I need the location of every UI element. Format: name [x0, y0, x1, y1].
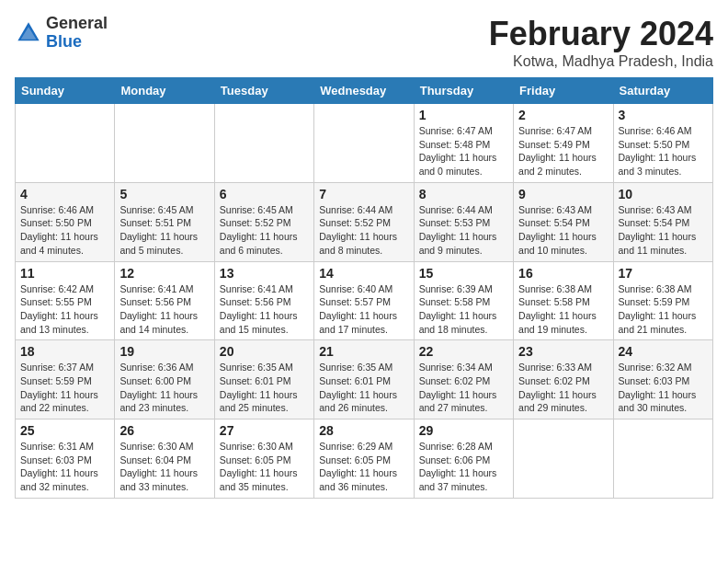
cell-info: Sunrise: 6:40 AM Sunset: 5:57 PM Dayligh…: [319, 282, 408, 337]
calendar-table: SundayMondayTuesdayWednesdayThursdayFrid…: [15, 77, 713, 499]
calendar-cell: 13Sunrise: 6:41 AM Sunset: 5:56 PM Dayli…: [214, 261, 313, 340]
cell-info: Sunrise: 6:47 AM Sunset: 5:48 PM Dayligh…: [419, 124, 508, 178]
day-number: 17: [619, 266, 708, 281]
calendar-cell: 21Sunrise: 6:35 AM Sunset: 6:01 PM Dayli…: [314, 340, 414, 419]
day-number: 10: [619, 187, 708, 201]
cell-info: Sunrise: 6:38 AM Sunset: 5:58 PM Dayligh…: [518, 282, 608, 337]
calendar-cell: 25Sunrise: 6:31 AM Sunset: 6:03 PM Dayli…: [16, 419, 115, 499]
cell-info: Sunrise: 6:31 AM Sunset: 6:03 PM Dayligh…: [20, 440, 109, 494]
day-number: 9: [518, 187, 608, 201]
location-subtitle: Kotwa, Madhya Pradesh, India: [489, 53, 713, 70]
day-number: 27: [220, 423, 309, 438]
logo-icon: [15, 19, 42, 47]
cell-info: Sunrise: 6:35 AM Sunset: 6:01 PM Dayligh…: [319, 361, 408, 415]
calendar-cell: 8Sunrise: 6:44 AM Sunset: 5:53 PM Daylig…: [414, 182, 513, 261]
calendar-cell: [16, 104, 115, 183]
calendar-cell: [214, 104, 313, 183]
cell-info: Sunrise: 6:33 AM Sunset: 6:02 PM Dayligh…: [518, 361, 608, 415]
cell-info: Sunrise: 6:43 AM Sunset: 5:54 PM Dayligh…: [619, 203, 708, 258]
calendar-cell: 14Sunrise: 6:40 AM Sunset: 5:57 PM Dayli…: [314, 261, 414, 340]
calendar-week-row: 11Sunrise: 6:42 AM Sunset: 5:55 PM Dayli…: [16, 261, 713, 340]
calendar-cell: 22Sunrise: 6:34 AM Sunset: 6:02 PM Dayli…: [414, 340, 513, 419]
day-number: 13: [220, 266, 309, 281]
cell-info: Sunrise: 6:46 AM Sunset: 5:50 PM Dayligh…: [619, 124, 708, 178]
calendar-cell: [314, 104, 414, 183]
cell-info: Sunrise: 6:44 AM Sunset: 5:52 PM Dayligh…: [319, 203, 408, 258]
day-number: 1: [419, 108, 508, 122]
cell-info: Sunrise: 6:30 AM Sunset: 6:04 PM Dayligh…: [119, 440, 209, 494]
calendar-week-row: 4Sunrise: 6:46 AM Sunset: 5:50 PM Daylig…: [16, 182, 713, 261]
weekday-header: Sunday: [16, 78, 115, 104]
calendar-cell: 3Sunrise: 6:46 AM Sunset: 5:50 PM Daylig…: [613, 104, 712, 183]
cell-info: Sunrise: 6:41 AM Sunset: 5:56 PM Dayligh…: [220, 282, 309, 337]
cell-info: Sunrise: 6:43 AM Sunset: 5:54 PM Dayligh…: [518, 203, 608, 258]
day-number: 2: [518, 108, 608, 122]
calendar-cell: 4Sunrise: 6:46 AM Sunset: 5:50 PM Daylig…: [16, 182, 115, 261]
logo-blue-text: Blue: [46, 33, 108, 52]
cell-info: Sunrise: 6:34 AM Sunset: 6:02 PM Dayligh…: [419, 361, 508, 415]
weekday-header: Thursday: [414, 78, 513, 104]
day-number: 20: [220, 344, 309, 359]
logo-general-text: General: [46, 15, 108, 33]
cell-info: Sunrise: 6:35 AM Sunset: 6:01 PM Dayligh…: [220, 361, 309, 415]
header: General Blue February 2024 Kotwa, Madhya…: [15, 15, 713, 70]
calendar-cell: 23Sunrise: 6:33 AM Sunset: 6:02 PM Dayli…: [514, 340, 613, 419]
calendar-cell: 11Sunrise: 6:42 AM Sunset: 5:55 PM Dayli…: [16, 261, 115, 340]
day-number: 12: [119, 266, 209, 281]
calendar-cell: 18Sunrise: 6:37 AM Sunset: 5:59 PM Dayli…: [16, 340, 115, 419]
day-number: 25: [20, 423, 109, 438]
cell-info: Sunrise: 6:47 AM Sunset: 5:49 PM Dayligh…: [518, 124, 608, 178]
day-number: 19: [119, 344, 209, 359]
cell-info: Sunrise: 6:41 AM Sunset: 5:56 PM Dayligh…: [119, 282, 209, 337]
calendar-cell: 9Sunrise: 6:43 AM Sunset: 5:54 PM Daylig…: [514, 182, 613, 261]
calendar-cell: 5Sunrise: 6:45 AM Sunset: 5:51 PM Daylig…: [115, 182, 214, 261]
cell-info: Sunrise: 6:29 AM Sunset: 6:05 PM Dayligh…: [319, 440, 408, 494]
calendar-cell: 20Sunrise: 6:35 AM Sunset: 6:01 PM Dayli…: [214, 340, 313, 419]
logo: General Blue: [15, 15, 108, 52]
day-number: 7: [319, 187, 408, 201]
title-area: February 2024 Kotwa, Madhya Pradesh, Ind…: [489, 15, 713, 70]
weekday-header: Wednesday: [314, 78, 414, 104]
calendar-cell: 28Sunrise: 6:29 AM Sunset: 6:05 PM Dayli…: [314, 419, 414, 499]
calendar-cell: 27Sunrise: 6:30 AM Sunset: 6:05 PM Dayli…: [214, 419, 313, 499]
calendar-cell: [115, 104, 214, 183]
day-number: 15: [419, 266, 508, 281]
calendar-cell: 19Sunrise: 6:36 AM Sunset: 6:00 PM Dayli…: [115, 340, 214, 419]
calendar-cell: 7Sunrise: 6:44 AM Sunset: 5:52 PM Daylig…: [314, 182, 414, 261]
calendar-cell: 10Sunrise: 6:43 AM Sunset: 5:54 PM Dayli…: [613, 182, 712, 261]
calendar-cell: 16Sunrise: 6:38 AM Sunset: 5:58 PM Dayli…: [514, 261, 613, 340]
day-number: 29: [419, 423, 508, 438]
day-number: 14: [319, 266, 408, 281]
cell-info: Sunrise: 6:45 AM Sunset: 5:52 PM Dayligh…: [220, 203, 309, 258]
day-number: 28: [319, 423, 408, 438]
calendar-cell: 1Sunrise: 6:47 AM Sunset: 5:48 PM Daylig…: [414, 104, 513, 183]
cell-info: Sunrise: 6:30 AM Sunset: 6:05 PM Dayligh…: [220, 440, 309, 494]
cell-info: Sunrise: 6:46 AM Sunset: 5:50 PM Dayligh…: [20, 203, 109, 258]
calendar-week-row: 1Sunrise: 6:47 AM Sunset: 5:48 PM Daylig…: [16, 104, 713, 183]
cell-info: Sunrise: 6:28 AM Sunset: 6:06 PM Dayligh…: [419, 440, 508, 494]
day-number: 4: [20, 187, 109, 201]
day-number: 3: [619, 108, 708, 122]
calendar-cell: [613, 419, 712, 499]
day-number: 11: [20, 266, 109, 281]
calendar-week-row: 18Sunrise: 6:37 AM Sunset: 5:59 PM Dayli…: [16, 340, 713, 419]
calendar-cell: 17Sunrise: 6:38 AM Sunset: 5:59 PM Dayli…: [613, 261, 712, 340]
day-number: 22: [419, 344, 508, 359]
calendar-week-row: 25Sunrise: 6:31 AM Sunset: 6:03 PM Dayli…: [16, 419, 713, 499]
weekday-header: Monday: [115, 78, 214, 104]
day-number: 18: [20, 344, 109, 359]
calendar-cell: 2Sunrise: 6:47 AM Sunset: 5:49 PM Daylig…: [514, 104, 613, 183]
day-number: 26: [119, 423, 209, 438]
day-number: 23: [518, 344, 608, 359]
weekday-header: Friday: [514, 78, 613, 104]
weekday-header: Saturday: [613, 78, 712, 104]
day-number: 24: [619, 344, 708, 359]
day-number: 16: [518, 266, 608, 281]
calendar-cell: 26Sunrise: 6:30 AM Sunset: 6:04 PM Dayli…: [115, 419, 214, 499]
calendar-cell: [514, 419, 613, 499]
cell-info: Sunrise: 6:36 AM Sunset: 6:00 PM Dayligh…: [119, 361, 209, 415]
logo-text: General Blue: [46, 15, 108, 52]
weekday-header: Tuesday: [214, 78, 313, 104]
calendar-cell: 29Sunrise: 6:28 AM Sunset: 6:06 PM Dayli…: [414, 419, 513, 499]
cell-info: Sunrise: 6:39 AM Sunset: 5:58 PM Dayligh…: [419, 282, 508, 337]
